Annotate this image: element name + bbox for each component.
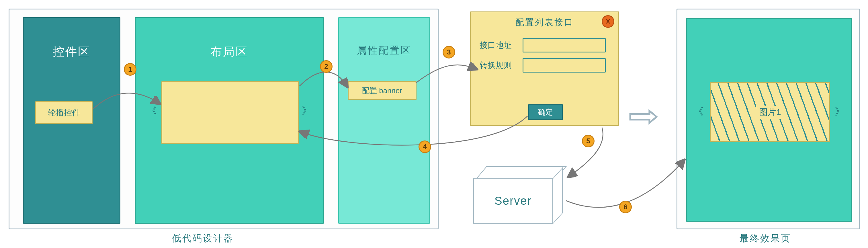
- step-badge-1: 1: [124, 63, 136, 76]
- step-badge-3: 3: [443, 46, 455, 59]
- step-badge-4: 4: [418, 141, 431, 153]
- step-badge-5: 5: [582, 135, 594, 147]
- step-badge-2: 2: [320, 60, 333, 73]
- step-2-label: 2: [324, 62, 328, 70]
- step-6-label: 6: [623, 203, 627, 211]
- arrow-1: [0, 0, 868, 248]
- step-badge-6: 6: [619, 201, 632, 213]
- step-3-label: 3: [447, 48, 451, 56]
- step-4-label: 4: [423, 143, 427, 151]
- step-1-label: 1: [128, 65, 132, 73]
- step-5-label: 5: [586, 137, 590, 145]
